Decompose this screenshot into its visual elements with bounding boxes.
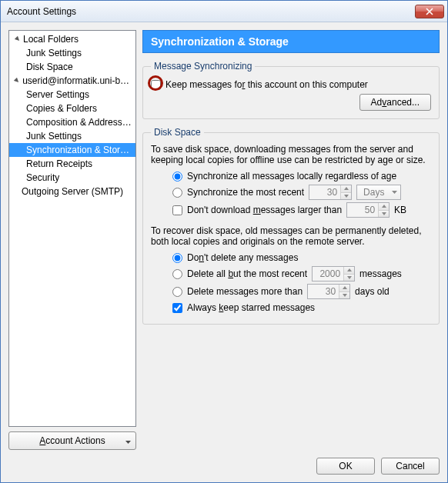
- keep-messages-checkbox[interactable]: [151, 80, 161, 90]
- spin-up-icon: [341, 185, 351, 193]
- message-sync-legend: Message Synchronizing: [151, 61, 255, 72]
- chevron-down-icon: [392, 191, 397, 194]
- delete-more-than-spinner[interactable]: [307, 284, 350, 299]
- page-title: Synchronization & Storage: [142, 30, 440, 53]
- content-pane: Synchronization & Storage Message Synchr…: [142, 30, 440, 450]
- tree-sync-storage[interactable]: Synchronization & Storage: [9, 143, 135, 157]
- spin-down-icon: [344, 275, 354, 281]
- spin-up-icon: [379, 203, 389, 211]
- delete-but-recent-spinner[interactable]: [312, 266, 355, 281]
- tree-junk[interactable]: Junk Settings: [9, 129, 135, 143]
- delete-more-than-label: Delete messages more than: [187, 285, 303, 298]
- twisty-icon: [14, 36, 21, 43]
- delete-but-recent-radio[interactable]: [172, 269, 182, 279]
- dialog-footer: OK Cancel: [8, 450, 440, 475]
- spin-up-icon: [339, 285, 349, 292]
- advanced-button[interactable]: Advanced...: [359, 94, 431, 111]
- chevron-down-icon: [125, 435, 131, 446]
- sync-recent-label: Synchronize the most recent: [187, 186, 304, 198]
- tree-local-junk[interactable]: Junk Settings: [9, 46, 135, 60]
- sync-all-radio[interactable]: [172, 172, 182, 182]
- tree-smtp[interactable]: Outgoing Server (SMTP): [9, 185, 135, 198]
- tree-pane: Local Folders Junk Settings Disk Space u…: [8, 30, 136, 450]
- delete-more-than-field[interactable]: [308, 285, 339, 298]
- accounts-tree[interactable]: Local Folders Junk Settings Disk Space u…: [8, 30, 136, 427]
- delete-but-recent-label: Delete all but the most recent: [187, 268, 307, 280]
- sync-all-label: Synchronize all messages locally regardl…: [187, 170, 396, 182]
- account-actions-button[interactable]: AAccount Actionsccount Actions: [8, 431, 136, 450]
- disk-desc-1: To save disk space, downloading messages…: [151, 144, 431, 165]
- tree-account[interactable]: userid@informatik.uni-bonn...: [9, 74, 135, 88]
- close-icon: [426, 8, 433, 15]
- message-sync-group: Message Synchronizing Keep messages for …: [142, 61, 440, 119]
- tree-composition[interactable]: Composition & Addressing: [9, 115, 135, 129]
- tree-server-settings[interactable]: Server Settings: [9, 88, 135, 102]
- tree-copies-folders[interactable]: Copies & Folders: [9, 102, 135, 115]
- window-title: Account Settings: [7, 6, 76, 17]
- dont-delete-label: Don't delete any messages: [187, 251, 298, 264]
- delete-more-than-radio[interactable]: [172, 287, 182, 297]
- tree-security[interactable]: Security: [9, 171, 135, 185]
- close-button[interactable]: [415, 5, 444, 18]
- days-combo[interactable]: Days: [356, 185, 401, 200]
- keep-messages-label: Keep messages for this account on this c…: [165, 78, 368, 91]
- dialog-body: Local Folders Junk Settings Disk Space u…: [1, 22, 447, 482]
- dont-delete-radio[interactable]: [172, 253, 182, 263]
- messages-label: messages: [359, 268, 402, 280]
- sync-recent-field[interactable]: [309, 185, 340, 199]
- spin-down-icon: [339, 292, 349, 299]
- dont-download-spinner[interactable]: [346, 202, 389, 218]
- dont-download-label: Don't download messages larger than: [187, 204, 342, 216]
- spin-down-icon: [341, 193, 351, 200]
- main-panes: Local Folders Junk Settings Disk Space u…: [8, 30, 440, 450]
- tree-local-folders[interactable]: Local Folders: [9, 32, 135, 46]
- spin-down-icon: [379, 211, 389, 218]
- window: Account Settings Local Folders Junk Sett…: [0, 0, 448, 483]
- disk-space-group: Disk Space To save disk space, downloadi…: [142, 127, 440, 325]
- days-old-label: days old: [355, 285, 389, 298]
- disk-space-legend: Disk Space: [151, 127, 204, 138]
- sync-recent-spinner[interactable]: [309, 185, 352, 200]
- titlebar: Account Settings: [1, 1, 447, 22]
- keep-starred-label: Always keep starred messages: [187, 301, 315, 314]
- dont-download-field[interactable]: [347, 203, 378, 217]
- tree-return-receipts[interactable]: Return Receipts: [9, 157, 135, 171]
- dont-download-checkbox[interactable]: [172, 205, 182, 215]
- delete-but-recent-field[interactable]: [313, 267, 343, 281]
- ok-button[interactable]: OK: [316, 458, 375, 475]
- tree-local-disk[interactable]: Disk Space: [9, 60, 135, 74]
- cancel-button[interactable]: Cancel: [381, 458, 440, 475]
- keep-starred-checkbox[interactable]: [172, 303, 182, 313]
- twisty-icon: [14, 78, 20, 85]
- disk-desc-2: To recover disk space, old messages can …: [151, 225, 431, 247]
- spin-up-icon: [344, 267, 354, 275]
- sync-recent-radio[interactable]: [172, 188, 182, 198]
- kb-label: KB: [394, 204, 406, 216]
